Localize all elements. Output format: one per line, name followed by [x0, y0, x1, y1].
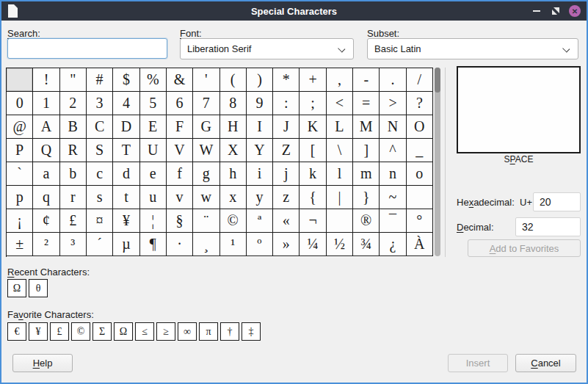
minimize-button[interactable]: [531, 5, 542, 17]
char-cell[interactable]: o: [407, 162, 433, 186]
grid-scrollbar[interactable]: [435, 68, 440, 256]
char-cell[interactable]: ¶: [140, 233, 167, 256]
char-cell[interactable]: 9: [247, 92, 273, 115]
char-cell[interactable]: ?: [407, 92, 433, 115]
char-cell[interactable]: ^: [380, 139, 406, 162]
char-cell[interactable]: 8: [220, 92, 247, 115]
char-cell[interactable]: 4: [113, 92, 139, 115]
char-cell[interactable]: ∞: [178, 322, 197, 341]
char-cell[interactable]: j: [273, 162, 300, 186]
char-cell[interactable]: ¸: [193, 233, 219, 256]
char-cell[interactable]: =: [353, 92, 380, 115]
char-cell[interactable]: h: [220, 162, 247, 186]
char-cell[interactable]: ¹: [220, 233, 247, 256]
char-cell[interactable]: c: [87, 162, 113, 186]
char-cell[interactable]: Q: [33, 139, 59, 162]
char-cell[interactable]: {: [300, 186, 326, 209]
char-cell[interactable]: ;: [300, 92, 326, 115]
char-cell[interactable]: R: [60, 139, 87, 162]
char-cell[interactable]: e: [140, 162, 167, 186]
char-cell[interactable]: }: [353, 186, 380, 209]
char-cell[interactable]: µ: [113, 233, 139, 256]
char-cell[interactable]: a: [33, 162, 59, 186]
char-cell[interactable]: ¥: [113, 209, 139, 233]
char-cell[interactable]: ¾: [353, 233, 380, 256]
char-cell[interactable]: *: [273, 68, 300, 92]
char-cell[interactable]: &: [167, 68, 193, 92]
subset-select[interactable]: Basic Latin: [367, 38, 578, 59]
char-cell[interactable]: z: [273, 186, 300, 209]
restore-button[interactable]: [550, 5, 562, 17]
char-cell[interactable]: P: [7, 139, 33, 162]
char-cell[interactable]: s: [87, 186, 113, 209]
char-cell[interactable]: S: [87, 139, 113, 162]
char-cell[interactable]: <: [327, 92, 353, 115]
char-cell[interactable]: 5: [140, 92, 167, 115]
char-cell[interactable]: >: [380, 92, 406, 115]
char-cell[interactable]: ≥: [156, 322, 175, 341]
char-cell[interactable]: .: [380, 68, 406, 92]
char-cell[interactable]: f: [167, 162, 193, 186]
char-cell[interactable]: €: [7, 322, 26, 341]
char-cell[interactable]: ): [247, 68, 273, 92]
char-cell[interactable]: \: [327, 139, 353, 162]
char-cell[interactable]: º: [247, 233, 273, 256]
char-cell[interactable]: ©: [220, 209, 247, 233]
add-to-favorites-button[interactable]: Add to Favorites: [468, 239, 581, 257]
help-button[interactable]: Help: [12, 354, 73, 372]
insert-button[interactable]: Insert: [448, 354, 508, 372]
char-cell[interactable]: ': [193, 68, 219, 92]
char-cell[interactable]: +: [300, 68, 326, 92]
char-cell[interactable]: ²: [33, 233, 59, 256]
char-cell[interactable]: [327, 209, 353, 233]
cancel-button[interactable]: Cancel: [515, 354, 576, 372]
char-cell[interactable]: _: [407, 139, 433, 162]
char-cell[interactable]: i: [247, 162, 273, 186]
char-cell[interactable]: ≤: [135, 322, 154, 341]
char-cell[interactable]: J: [273, 115, 300, 139]
char-cell[interactable]: ¯: [380, 209, 406, 233]
char-cell[interactable]: K: [300, 115, 326, 139]
char-cell[interactable]: ¿: [380, 233, 406, 256]
char-cell[interactable]: ³: [60, 233, 87, 256]
char-cell[interactable]: W: [193, 139, 219, 162]
decimal-input[interactable]: [515, 217, 581, 236]
char-cell[interactable]: «: [273, 209, 300, 233]
char-cell[interactable]: %: [140, 68, 167, 92]
char-cell[interactable]: |: [327, 186, 353, 209]
char-cell[interactable]: ¢: [33, 209, 59, 233]
char-cell[interactable]: t: [113, 186, 139, 209]
char-cell[interactable]: 1: [33, 92, 59, 115]
search-input[interactable]: [7, 38, 167, 59]
char-cell[interactable]: -: [353, 68, 380, 92]
char-cell[interactable]: ±: [7, 233, 33, 256]
char-cell[interactable]: ‡: [242, 322, 261, 341]
char-cell[interactable]: Ω: [7, 279, 26, 297]
char-cell[interactable]: ©: [71, 322, 90, 341]
char-cell[interactable]: H: [220, 115, 247, 139]
char-cell[interactable]: (: [220, 68, 247, 92]
char-cell[interactable]: L: [327, 115, 353, 139]
char-cell[interactable]: $: [113, 68, 139, 92]
char-cell[interactable]: u: [140, 186, 167, 209]
char-cell[interactable]: q: [33, 186, 59, 209]
char-cell[interactable]: 6: [167, 92, 193, 115]
char-cell[interactable]: 3: [87, 92, 113, 115]
char-cell[interactable]: m: [353, 162, 380, 186]
char-cell[interactable]: ´: [87, 233, 113, 256]
char-cell[interactable]: X: [220, 139, 247, 162]
hexadecimal-input[interactable]: [533, 192, 581, 211]
char-cell[interactable]: À: [407, 233, 433, 256]
char-cell[interactable]: k: [300, 162, 326, 186]
char-cell[interactable]: ®: [353, 209, 380, 233]
char-cell[interactable]: !: [33, 68, 59, 92]
char-cell[interactable]: ~: [380, 186, 406, 209]
char-cell[interactable]: O: [407, 115, 433, 139]
char-cell[interactable]: x: [220, 186, 247, 209]
char-cell[interactable]: »: [273, 233, 300, 256]
char-cell[interactable]: ,: [327, 68, 353, 92]
char-cell[interactable]: V: [167, 139, 193, 162]
char-cell[interactable]: ª: [247, 209, 273, 233]
char-cell[interactable]: 2: [60, 92, 87, 115]
char-cell[interactable]: #: [87, 68, 113, 92]
